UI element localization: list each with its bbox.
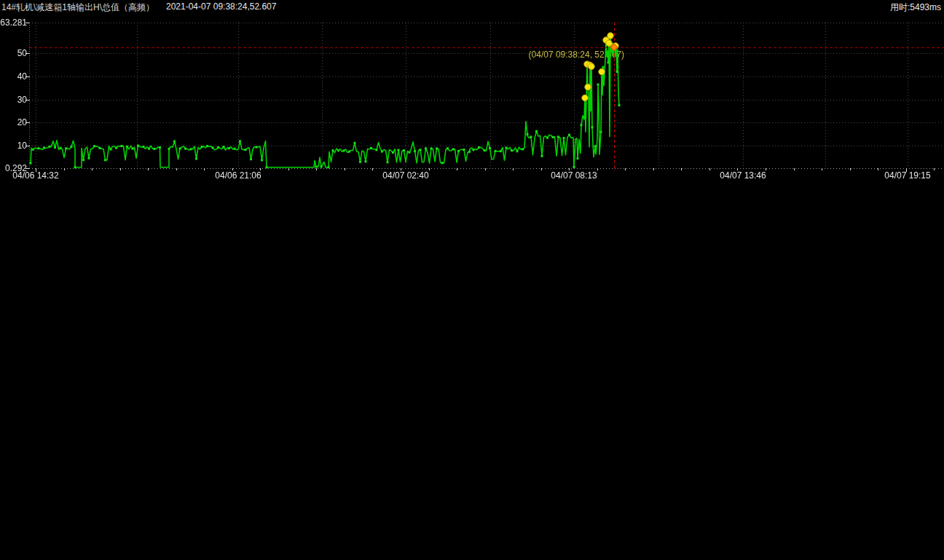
trend-plot-canvas[interactable] — [0, 13, 944, 186]
elapsed-time-label: 用时:5493ms — [890, 1, 941, 14]
chart-header[interactable]: 14#轧机\减速箱1轴输出H\总值（高频） 2021-04-07 09:38:2… — [0, 0, 944, 13]
cursor-value-readout: 2021-04-07 09:38:24,52.607 — [166, 1, 276, 12]
chart-panel-3: 14#轧机\减速箱1轴输出H\总值（高频） 2021-04-07 09:38:2… — [0, 0, 944, 186]
chart-title: 14#轧机\减速箱1轴输出H\总值（高频） — [1, 1, 154, 14]
